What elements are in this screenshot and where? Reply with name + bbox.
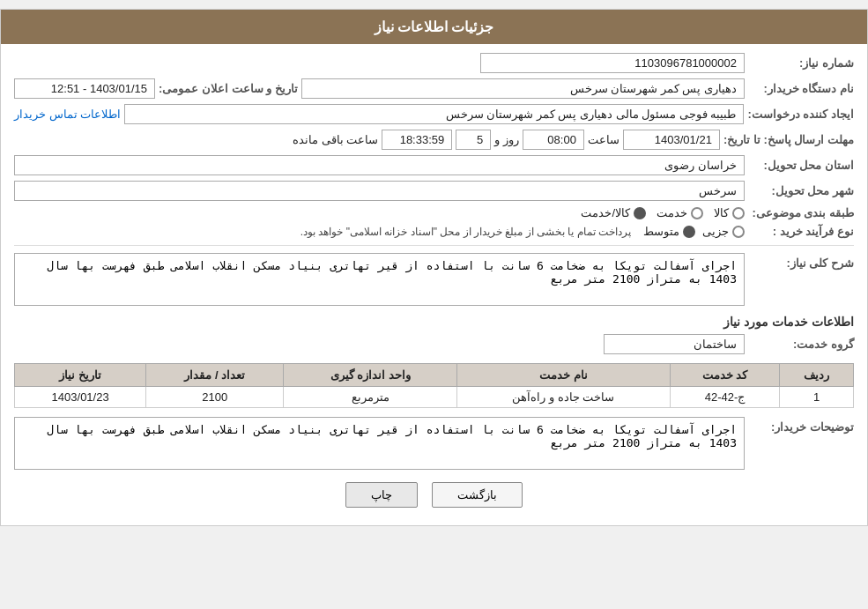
col-unit: واحد اندازه گیری — [284, 364, 457, 387]
radio-kala-circle — [732, 207, 745, 219]
purchase-note: پرداخت تمام یا بخشی از مبلغ خریدار از مح… — [300, 226, 631, 238]
radio-kala-khedmat-circle — [634, 207, 646, 219]
radio-motavasset-circle — [683, 226, 695, 238]
col-date: تاریخ نیاز — [15, 364, 146, 387]
cell-name: ساخت جاده و راه‌آهن — [457, 387, 671, 408]
col-code: کد خدمت — [670, 364, 780, 387]
buyer-desc-textarea — [14, 417, 745, 470]
radio-kala-label: کالا — [714, 206, 729, 219]
radio-khedmat-circle — [691, 207, 703, 219]
contact-link[interactable]: اطلاعات تماس خریدار — [14, 108, 121, 121]
cell-unit: مترمربع — [284, 387, 457, 408]
radio-motavasset-label: متوسط — [643, 225, 679, 238]
services-table-section: ردیف کد خدمت نام خدمت واحد اندازه گیری ت… — [14, 363, 854, 408]
cell-code: ج-42-42 — [670, 387, 780, 408]
service-group-label: گروه خدمت: — [748, 338, 854, 351]
radio-khedmat[interactable]: خدمت — [657, 206, 703, 219]
buyer-org-label: نام دستگاه خریدار: — [748, 82, 854, 95]
services-section-title: اطلاعات خدمات مورد نیاز — [14, 315, 854, 329]
response-days-label: روز و — [494, 133, 519, 146]
buttons-row: بازگشت چاپ — [14, 482, 854, 508]
response-time-label: ساعت — [588, 133, 619, 146]
cell-row-num: 1 — [780, 387, 854, 408]
need-description-textarea — [14, 253, 745, 306]
purchase-type-group: جزیی متوسط پرداخت تمام یا بخشی از مبلغ خ… — [300, 225, 745, 238]
col-qty: تعداد / مقدار — [146, 364, 284, 387]
response-remaining-label: ساعت باقی مانده — [293, 133, 378, 146]
city-value: سرخس — [14, 181, 745, 201]
print-button[interactable]: چاپ — [345, 482, 418, 508]
need-description-label: شرح کلی نیاز: — [748, 253, 854, 270]
province-label: استان محل تحویل: — [748, 159, 854, 172]
radio-khedmat-label: خدمت — [657, 206, 687, 219]
date-label: تاریخ و ساعت اعلان عمومی: — [159, 82, 298, 95]
page-title: جزئیات اطلاعات نیاز — [1, 10, 867, 44]
province-value: خراسان رضوی — [14, 155, 745, 175]
services-table: ردیف کد خدمت نام خدمت واحد اندازه گیری ت… — [14, 363, 854, 408]
date-value: 1403/01/15 - 12:51 — [14, 78, 155, 99]
radio-kala-khedmat-label: کالا/خدمت — [581, 206, 630, 219]
buyer-desc-label: توضیحات خریدار: — [748, 417, 854, 434]
radio-jozi[interactable]: جزیی — [702, 225, 745, 238]
category-label: طبقه بندی موضوعی: — [748, 206, 854, 219]
response-days-value: 5 — [456, 130, 491, 150]
category-radio-group: کالا خدمت کالا/خدمت — [581, 206, 745, 219]
radio-kala-khedmat[interactable]: کالا/خدمت — [581, 206, 646, 219]
radio-kala[interactable]: کالا — [714, 206, 745, 219]
col-row: ردیف — [780, 364, 854, 387]
table-row: 1 ج-42-42 ساخت جاده و راه‌آهن مترمربع 21… — [15, 387, 854, 408]
response-time-value: 08:00 — [523, 130, 584, 150]
service-group-value: ساختمان — [604, 334, 745, 354]
cell-qty: 2100 — [146, 387, 284, 408]
need-number-label: شماره نیاز: — [748, 56, 854, 70]
radio-jozi-circle — [732, 226, 745, 238]
response-date-label: مهلت ارسال پاسخ: تا تاریخ: — [723, 133, 854, 146]
requester-label: ایجاد کننده درخواست: — [747, 108, 854, 121]
requester-value: طبیبه فوجی مسئول مالی دهیاری پس کمر شهرس… — [124, 104, 744, 124]
radio-motavasset[interactable]: متوسط — [643, 225, 695, 238]
city-label: شهر محل تحویل: — [748, 184, 854, 197]
response-remaining-value: 18:33:59 — [382, 130, 452, 150]
col-name: نام خدمت — [457, 364, 671, 387]
radio-jozi-label: جزیی — [702, 225, 729, 238]
cell-date: 1403/01/23 — [15, 387, 146, 408]
buyer-org-value: دهیاری پس کمر شهرستان سرخس — [301, 78, 745, 99]
response-date-value: 1403/01/21 — [623, 130, 720, 150]
need-number-value: 1103096781000002 — [480, 53, 745, 73]
back-button[interactable]: بازگشت — [432, 482, 523, 508]
purchase-type-label: نوع فرآیند خرید : — [748, 225, 854, 238]
